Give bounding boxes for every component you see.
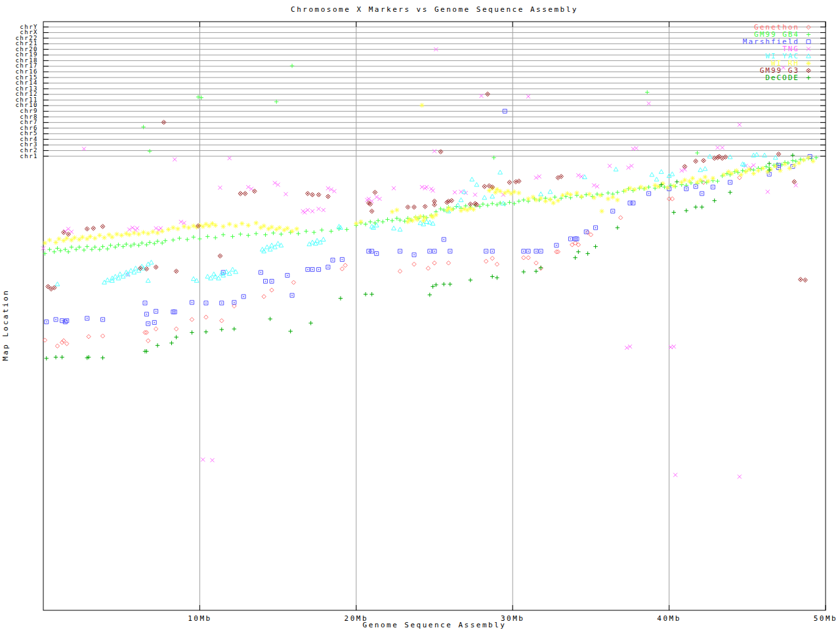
legend-cross-icon bbox=[799, 45, 818, 52]
legend-asterisk-icon bbox=[799, 60, 818, 67]
legend-diamond-x-icon bbox=[799, 67, 818, 74]
x-tick-label-10Mb: 10Mb bbox=[173, 614, 226, 623]
x-tick-label-30Mb: 30Mb bbox=[486, 614, 539, 623]
legend-item-decode: DeCODE bbox=[743, 74, 818, 81]
series-gm99-g3 bbox=[46, 92, 808, 291]
x-tick-label-20Mb: 20Mb bbox=[330, 614, 383, 623]
legend-item-marshfield: Marshfield bbox=[743, 38, 818, 45]
series-genethon bbox=[43, 176, 742, 348]
chromosome-marker-chart: Chromosome X Markers vs Genome Sequence … bbox=[0, 0, 840, 630]
series-tng bbox=[41, 47, 798, 478]
series-decode bbox=[45, 153, 795, 360]
x-tick-label-40Mb: 40Mb bbox=[643, 614, 696, 623]
x-axis-label: Genome Sequence Assembly bbox=[43, 621, 826, 629]
legend: GenethonGM99 GB4MarshfieldTNGWI YACWI RH… bbox=[743, 24, 818, 81]
legend-open-diamond-icon bbox=[799, 24, 818, 31]
legend-triangle-icon bbox=[799, 52, 818, 60]
chart-title: Chromosome X Markers vs Genome Sequence … bbox=[43, 5, 826, 14]
legend-plus-icon bbox=[799, 31, 818, 38]
legend-label: DeCODE bbox=[765, 74, 799, 81]
y-tick-label-chr1: chr1 bbox=[20, 154, 38, 159]
plot-canvas bbox=[0, 0, 840, 630]
x-tick-label-50Mb: 50Mb bbox=[799, 614, 840, 623]
legend-plus-icon bbox=[799, 74, 818, 81]
y-axis-label: Map Location bbox=[1, 282, 10, 361]
legend-square-dot-icon bbox=[799, 38, 818, 45]
